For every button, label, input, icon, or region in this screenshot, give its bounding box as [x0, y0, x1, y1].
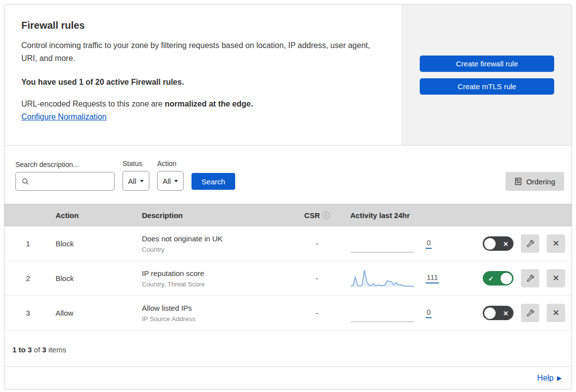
pagination-summary: 1 to 3 of 3 items	[4, 331, 572, 366]
rule-priority: 2	[4, 274, 52, 282]
filter-bar: Search description... Status All	[4, 146, 572, 204]
search-label: Search description...	[15, 161, 115, 168]
table-row: 2 Block IP reputation score Country, Thr…	[4, 261, 572, 296]
rule-action: Block	[52, 274, 136, 282]
rule-action: Allow	[52, 309, 136, 317]
normalization-note: URL-encoded Requests to this zone are no…	[21, 100, 382, 109]
toggle-state-icon: ✕	[503, 309, 509, 317]
items-range: 1 to 3	[12, 345, 32, 354]
rule-description-cell: IP reputation score Country, Threat Scor…	[136, 268, 295, 289]
action-column-header: Action	[52, 211, 136, 220]
items-label: items	[49, 345, 66, 354]
rule-enabled-toggle[interactable]: ✕	[483, 306, 513, 320]
description-column-header: Description	[136, 211, 295, 220]
rule-csr-value: -	[295, 239, 339, 248]
rule-controls: ✕ ✕	[473, 304, 572, 322]
delete-rule-button[interactable]: ✕	[547, 304, 565, 322]
rule-fields: Country, Threat Score	[142, 280, 295, 289]
create-mtls-rule-button[interactable]: Create mTLS rule	[420, 78, 554, 95]
status-dropdown-value: All	[128, 177, 136, 185]
table-row: 3 Allow Allow listed IPs IP Source Addre…	[4, 296, 572, 331]
toggle-knob	[484, 307, 496, 319]
chevron-down-icon	[140, 180, 144, 182]
wrench-icon	[526, 274, 535, 283]
toggle-knob	[501, 273, 512, 284]
action-label: Action	[157, 160, 184, 168]
help-link-label: Help	[537, 374, 554, 383]
rule-description: Allow listed IPs	[142, 303, 295, 314]
rule-csr-value: -	[295, 309, 339, 317]
activity-column-header: Activity last 24hr	[339, 211, 473, 220]
rule-enabled-toggle[interactable]: ✕	[483, 236, 513, 251]
status-dropdown[interactable]: All	[123, 171, 149, 191]
rule-priority: 3	[4, 309, 52, 317]
create-firewall-rule-button[interactable]: Create firewall rule	[420, 56, 554, 72]
toggle-state-icon: ✓	[488, 275, 494, 282]
edit-rule-button[interactable]	[521, 304, 539, 322]
action-dropdown[interactable]: All	[157, 171, 184, 191]
search-field-group: Search description...	[15, 161, 115, 191]
arrow-right-icon: ▶	[557, 375, 562, 382]
rule-description-cell: Allow listed IPs IP Source Address	[136, 303, 295, 324]
rule-fields: IP Source Address	[142, 315, 295, 324]
activity-sparkline	[350, 234, 415, 254]
actions-panel: Create firewall rule Create mTLS rule	[402, 4, 572, 145]
csr-column-header: CSR i	[295, 211, 339, 220]
header-section: Firewall rules Control incoming traffic …	[4, 4, 572, 146]
csr-header-label: CSR	[304, 211, 320, 220]
page-title: Firewall rules	[21, 18, 382, 32]
rule-controls: ✓ ✕	[473, 269, 572, 287]
filter-controls: Search description... Status All	[15, 160, 235, 191]
status-filter-group: Status All	[123, 160, 149, 191]
activity-count-link[interactable]: 111	[426, 273, 439, 283]
activity-sparkline	[350, 269, 415, 288]
firewall-rules-card: Firewall rules Control incoming traffic …	[4, 4, 572, 390]
action-filter-group: Action All	[157, 160, 184, 191]
wrench-icon	[526, 309, 535, 318]
search-input[interactable]	[33, 177, 110, 185]
ordering-button-label: Ordering	[526, 177, 555, 186]
close-icon: ✕	[552, 238, 559, 249]
delete-rule-button[interactable]: ✕	[547, 234, 565, 253]
page-description: Control incoming traffic to your zone by…	[21, 39, 379, 65]
close-icon: ✕	[552, 308, 559, 318]
of-label: of	[34, 345, 40, 354]
normalization-bold: normalized at the edge.	[165, 100, 253, 108]
rule-activity-cell: 0	[339, 303, 473, 323]
ordering-button[interactable]: Ordering	[506, 172, 564, 191]
rule-description-cell: Does not originate in UK Country	[136, 233, 295, 254]
ordering-list-icon	[514, 177, 522, 185]
firewall-rules-page: Firewall rules Control incoming traffic …	[0, 0, 576, 392]
search-icon	[22, 178, 29, 185]
table-header: Action Description CSR i Activity last 2…	[4, 204, 572, 226]
status-label: Status	[123, 160, 149, 168]
rule-priority: 1	[4, 239, 52, 248]
help-link[interactable]: Help ▶	[537, 374, 562, 383]
rule-controls: ✕ ✕	[473, 234, 572, 253]
delete-rule-button[interactable]: ✕	[547, 269, 565, 287]
activity-sparkline	[350, 303, 415, 323]
wrench-icon	[526, 239, 535, 248]
search-button[interactable]: Search	[192, 173, 235, 190]
help-footer: Help ▶	[4, 366, 572, 389]
header-text-block: Firewall rules Control incoming traffic …	[4, 4, 402, 145]
rule-activity-cell: 0	[339, 234, 473, 254]
rule-description: Does not originate in UK	[142, 233, 295, 244]
search-box[interactable]	[15, 172, 115, 191]
configure-normalization-link[interactable]: Configure Normalization	[21, 112, 107, 121]
rule-enabled-toggle[interactable]: ✓	[483, 271, 513, 285]
edit-rule-button[interactable]	[521, 234, 539, 253]
close-icon: ✕	[552, 273, 559, 283]
edit-rule-button[interactable]	[521, 269, 539, 287]
activity-count-link[interactable]: 0	[426, 308, 432, 318]
rule-description: IP reputation score	[142, 268, 295, 279]
rule-activity-cell: 111	[339, 269, 473, 288]
items-total: 3	[42, 345, 46, 354]
chevron-down-icon	[174, 180, 178, 182]
toggle-state-icon: ✕	[503, 240, 509, 247]
rule-fields: Country	[142, 245, 295, 254]
table-row: 1 Block Does not originate in UK Country…	[4, 226, 572, 261]
csr-info-icon[interactable]: i	[322, 212, 330, 219]
activity-count-link[interactable]: 0	[426, 238, 432, 249]
action-dropdown-value: All	[163, 177, 171, 185]
